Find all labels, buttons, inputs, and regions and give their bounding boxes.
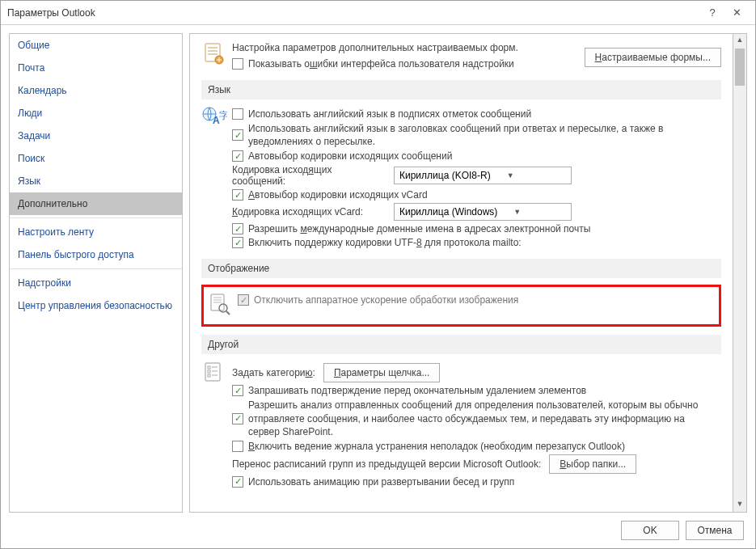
sidebar-item[interactable]: Центр управления безопасностью [10,294,182,317]
help-button[interactable]: ? [700,6,724,19]
idn-checkbox[interactable] [232,223,243,234]
idn-label: Разрешить международные доменные имена в… [248,223,590,234]
confirm-delete-checkbox[interactable] [232,385,243,396]
svg-text:字: 字 [219,110,227,121]
sidebar-item[interactable]: Люди [10,102,182,125]
click-options-button[interactable]: Параметры щелчка... [323,363,441,382]
sidebar-item[interactable]: Дополнительно [10,192,182,215]
migrate-label: Перенос расписаний групп из предыдущей в… [232,458,541,470]
use-en-headers-checkbox[interactable] [232,129,243,141]
content-scrollbar[interactable]: ▲ ▼ [733,33,747,513]
forms-description: Настройка параметров дополнительных наст… [232,42,585,53]
chevron-down-icon: ▼ [513,208,521,216]
disable-hw-accel-checkbox[interactable] [238,294,249,306]
set-category-label: Задать категорию: [232,367,315,378]
encoding-out-value: Кириллица (KOI8-R) [399,170,491,181]
animation-checkbox[interactable] [232,476,243,488]
sidebar-item[interactable]: Общие [10,34,182,57]
use-en-headers-label: Использовать английский язык в заголовка… [248,122,701,148]
sidebar-item[interactable]: Надстройки [10,272,182,294]
encoding-out-label: Кодировка исходящих сообщений: [232,164,386,187]
select-folder-button[interactable]: Выбор папки... [549,454,636,474]
section-language: Язык [201,80,721,99]
encoding-vcard-combo[interactable]: Кириллица (Windows) ▼ [394,203,572,221]
sidebar-item[interactable]: Календарь [10,79,182,102]
auto-encoding-vcard-checkbox[interactable] [232,189,243,201]
confirm-delete-label: Запрашивать подтверждение перед окончате… [248,385,586,396]
cancel-button[interactable]: Отмена [686,521,744,540]
sidebar-item[interactable]: Язык [10,170,182,192]
chevron-down-icon: ▼ [507,171,514,179]
close-button[interactable]: ✕ [724,6,749,19]
disable-hw-accel-label: Отключить аппаратное ускорение обработки… [254,294,518,306]
highlight-box: Отключить аппаратное ускорение обработки… [201,285,721,327]
sidebar-separator [10,268,182,269]
sidebar-item[interactable]: Панель быстрого доступа [10,243,182,266]
analyze-sent-checkbox[interactable] [232,413,243,424]
sidebar-item[interactable]: Поиск [10,147,182,170]
utf8-mailto-checkbox[interactable] [232,237,243,248]
auto-encoding-out-label: Автовыбор кодировки исходящих сообщений [248,150,452,162]
display-icon [207,292,236,316]
sidebar-item[interactable]: Настроить ленту [10,221,182,243]
svg-line-13 [226,311,230,315]
section-display: Отображение [201,259,721,278]
ok-button[interactable]: OK [621,521,679,540]
show-addon-errors-label: Показывать ошибки интерфейса пользовател… [248,58,514,70]
language-icon: A 字 [201,106,230,130]
scroll-up-arrow[interactable]: ▲ [733,34,746,48]
titlebar: Параметры Outlook ? ✕ [1,1,755,25]
analyze-sent-label: Разрешить анализ отправленных сообщений … [248,399,717,438]
use-en-stamps-checkbox[interactable] [232,108,243,120]
category-sidebar: ОбщиеПочтаКалендарьЛюдиЗадачиПоискЯзыкДо… [9,33,183,513]
utf8-mailto-label: Включить поддержку кодировки UTF-8 для п… [248,237,522,248]
sidebar-separator [10,217,182,218]
sidebar-item[interactable]: Задачи [10,125,182,147]
custom-forms-button[interactable]: Настраиваемые формы... [585,48,721,67]
sidebar-item[interactable]: Почта [10,57,182,79]
scroll-down-arrow[interactable]: ▼ [733,498,746,512]
dialog-footer: OK Отмена [1,513,755,548]
auto-encoding-vcard-label: Автовыбор кодировки исходящих vCard [248,189,428,201]
encoding-vcard-label: Кодировка исходящих vCard: [232,206,386,217]
scrollbar-thumb[interactable] [735,49,745,86]
other-icon [201,361,230,385]
auto-encoding-out-checkbox[interactable] [232,150,243,162]
use-en-stamps-label: Использовать английский язык в подписях … [248,108,531,120]
animation-label: Использовать анимацию при развертывании … [248,476,514,488]
section-other: Другой [201,335,721,354]
encoding-vcard-value: Кириллица (Windows) [399,206,497,217]
troubleshoot-log-checkbox[interactable] [232,441,243,452]
outlook-options-window: Параметры Outlook ? ✕ ОбщиеПочтаКалендар… [0,0,756,549]
content-pane: Настройка параметров дополнительных наст… [189,33,733,513]
troubleshoot-log-label: Включить ведение журнала устранения непо… [248,441,625,452]
show-addon-errors-checkbox[interactable] [232,58,243,70]
window-title: Параметры Outlook [7,7,700,19]
encoding-out-combo[interactable]: Кириллица (KOI8-R) ▼ [394,167,572,184]
forms-icon [201,42,230,66]
